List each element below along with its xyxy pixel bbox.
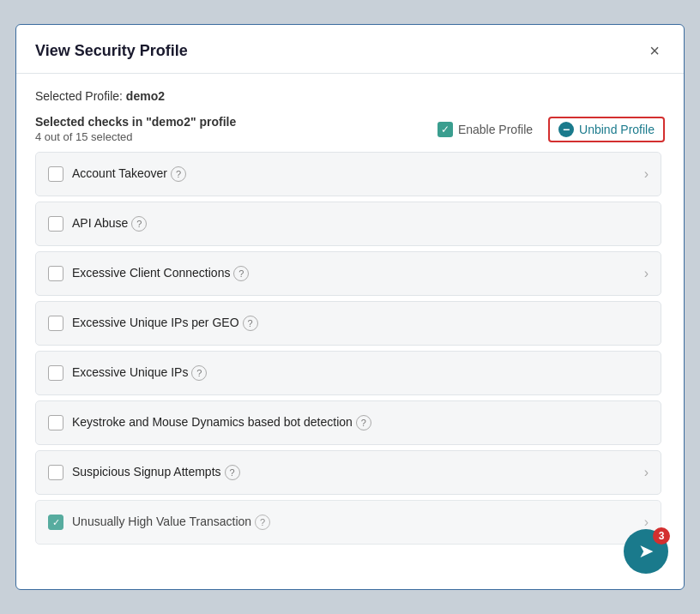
enable-profile-label: Enable Profile (458, 123, 533, 136)
help-icon[interactable]: ? (191, 365, 207, 381)
check-item[interactable]: Excessive Client Connections?› (35, 251, 661, 296)
check-item[interactable]: API Abuse? (35, 202, 661, 246)
help-icon[interactable]: ? (356, 415, 371, 430)
check-label: Suspicious Signup Attempts? (72, 465, 240, 480)
check-label: API Abuse? (72, 216, 147, 232)
unbind-profile-box: − Unbind Profile (548, 117, 665, 142)
checkbox[interactable] (48, 415, 63, 430)
profile-count: 4 out of 15 selected (35, 130, 236, 143)
profile-info-row: Selected checks in "demo2" profile 4 out… (35, 115, 665, 143)
check-item-left: Account Takeover? (48, 166, 186, 182)
selected-profile-name: demo2 (126, 89, 165, 103)
check-label: Excessive Client Connections? (72, 266, 249, 281)
enable-profile-toggle[interactable]: ✓ Enable Profile (438, 122, 533, 137)
check-item-left: Excessive Unique IPs? (48, 365, 207, 381)
check-item[interactable]: Suspicious Signup Attempts?› (35, 450, 661, 495)
modal-body: Selected Profile: demo2 Selected checks … (16, 74, 684, 589)
help-icon[interactable]: ? (255, 515, 270, 530)
check-item-left: Excessive Unique IPs per GEO? (48, 316, 258, 331)
enable-check-icon: ✓ (438, 122, 453, 137)
selected-profile-label: Selected Profile: (35, 89, 123, 103)
check-item[interactable]: ✓Unusually High Value Transaction?› (35, 500, 661, 545)
checkbox[interactable] (48, 316, 63, 331)
help-icon[interactable]: ? (225, 465, 240, 480)
profile-checks-label: Selected checks in "demo2" profile (35, 115, 236, 129)
modal-header: View Security Profile × (16, 25, 684, 74)
check-item-left: Keystroke and Mouse Dynamics based bot d… (48, 415, 371, 430)
help-icon[interactable]: ? (171, 166, 186, 182)
profile-actions: ✓ Enable Profile − Unbind Profile (438, 117, 665, 142)
checkbox[interactable] (48, 465, 63, 480)
check-label: Unusually High Value Transaction? (72, 515, 270, 530)
navigation-arrow-icon: ➤ (638, 540, 654, 563)
check-item[interactable]: Excessive Unique IPs per GEO? (35, 301, 661, 346)
close-button[interactable]: × (644, 40, 665, 61)
chevron-right-icon: › (644, 266, 649, 281)
check-item[interactable]: Excessive Unique IPs? (35, 351, 661, 395)
check-item-left: Excessive Client Connections? (48, 266, 249, 281)
modal-title: View Security Profile (35, 42, 188, 60)
selected-profile-row: Selected Profile: demo2 (35, 89, 665, 103)
check-item-left: ✓Unusually High Value Transaction? (48, 515, 270, 530)
checkbox[interactable] (48, 216, 63, 232)
notification-count: 3 (653, 527, 670, 545)
view-security-profile-modal: View Security Profile × Selected Profile… (15, 24, 685, 590)
checkbox[interactable]: ✓ (48, 515, 63, 530)
profile-info-left: Selected checks in "demo2" profile 4 out… (35, 115, 236, 143)
help-icon[interactable]: ? (131, 216, 147, 232)
help-icon[interactable]: ? (233, 266, 249, 281)
help-icon[interactable]: ? (243, 316, 258, 331)
check-item-left: API Abuse? (48, 216, 147, 232)
unbind-profile-button[interactable]: − Unbind Profile (558, 122, 655, 137)
check-item[interactable]: Keystroke and Mouse Dynamics based bot d… (35, 400, 661, 445)
chevron-right-icon: › (644, 465, 649, 480)
checkbox[interactable] (48, 166, 63, 182)
check-label: Account Takeover? (72, 166, 186, 182)
check-item[interactable]: Account Takeover?› (35, 152, 661, 196)
notification-badge[interactable]: 3 ➤ (624, 529, 668, 574)
checkbox[interactable] (48, 365, 63, 381)
check-label: Excessive Unique IPs per GEO? (72, 316, 258, 331)
checkbox[interactable] (48, 266, 63, 281)
checks-list: Account Takeover?›API Abuse?Excessive Cl… (35, 152, 665, 579)
check-label: Keystroke and Mouse Dynamics based bot d… (72, 415, 371, 430)
unbind-profile-label: Unbind Profile (579, 123, 655, 136)
check-item-left: Suspicious Signup Attempts? (48, 465, 240, 480)
check-label: Excessive Unique IPs? (72, 365, 207, 381)
chevron-right-icon: › (644, 515, 649, 530)
chevron-right-icon: › (644, 166, 649, 182)
unbind-icon: − (558, 122, 574, 137)
